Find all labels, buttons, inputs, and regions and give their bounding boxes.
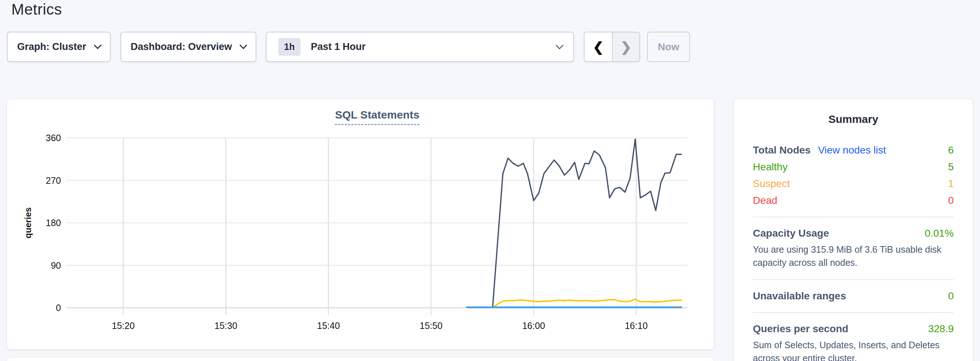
- next-time-button[interactable]: ❯: [612, 32, 640, 61]
- summary-panel: Summary Total Nodes View nodes list 6 He…: [734, 99, 973, 361]
- queries-per-second-label: Queries per second: [753, 323, 848, 335]
- capacity-usage-value: 0.01%: [925, 228, 954, 239]
- capacity-usage-caption: You are using 315.9 MiB of 3.6 TiB usabl…: [753, 243, 954, 269]
- dashboard-dropdown[interactable]: Dashboard: Overview: [121, 32, 256, 62]
- graph-dropdown[interactable]: Graph: Cluster: [7, 32, 111, 62]
- summary-title: Summary: [753, 113, 954, 125]
- dead-nodes-row: Dead 0: [753, 195, 954, 206]
- queries-per-second-value: 328.9: [928, 323, 954, 335]
- dead-label: Dead: [753, 195, 777, 206]
- chevron-down-icon: [94, 41, 102, 49]
- unavailable-ranges-label: Unavailable ranges: [753, 290, 846, 302]
- prev-time-button[interactable]: ❮: [585, 32, 612, 61]
- next-chart-card: [7, 357, 714, 361]
- divider: [753, 312, 954, 313]
- suspect-nodes-row: Suspect 1: [753, 178, 954, 190]
- svg-text:360: 360: [46, 133, 61, 143]
- divider: [753, 279, 954, 280]
- healthy-value: 5: [948, 161, 954, 173]
- svg-text:16:00: 16:00: [522, 320, 545, 331]
- now-button[interactable]: Now: [647, 32, 690, 62]
- svg-text:90: 90: [51, 260, 61, 271]
- suspect-value: 1: [948, 178, 954, 190]
- chevron-down-icon: [556, 41, 563, 49]
- healthy-nodes-row: Healthy 5: [753, 161, 954, 173]
- svg-text:0: 0: [56, 302, 61, 313]
- dashboard-dropdown-label: Dashboard: Overview: [131, 41, 232, 52]
- total-nodes-row: Total Nodes View nodes list 6: [753, 144, 954, 156]
- divider: [753, 217, 954, 217]
- total-nodes-label: Total Nodes: [753, 144, 811, 156]
- capacity-usage-section: Capacity Usage 0.01% You are using 315.9…: [753, 228, 954, 269]
- time-range-label: Past 1 Hour: [311, 41, 366, 52]
- svg-text:queries: queries: [23, 207, 33, 238]
- svg-text:15:20: 15:20: [112, 320, 135, 331]
- total-nodes-value: 6: [948, 144, 954, 156]
- nodes-section: Total Nodes View nodes list 6 Healthy 5 …: [753, 144, 954, 206]
- chevron-down-icon: [240, 41, 247, 49]
- queries-per-second-caption: Sum of Selects, Updates, Inserts, and De…: [753, 339, 954, 361]
- dead-value: 0: [948, 195, 954, 206]
- time-range-badge: 1h: [278, 38, 301, 56]
- svg-text:270: 270: [46, 176, 61, 185]
- view-nodes-list-link[interactable]: View nodes list: [818, 144, 886, 156]
- chevron-left-icon: ❮: [593, 40, 603, 55]
- svg-text:16:10: 16:10: [625, 320, 648, 331]
- sql-statements-card: SQL Statements 09018027036015:2015:3015:…: [7, 99, 714, 349]
- graph-dropdown-label: Graph: Cluster: [17, 41, 86, 52]
- queries-per-second-section: Queries per second 328.9 Sum of Selects,…: [753, 323, 954, 361]
- healthy-label: Healthy: [753, 161, 788, 173]
- svg-text:15:30: 15:30: [214, 320, 237, 331]
- svg-text:15:40: 15:40: [317, 320, 340, 331]
- time-pager: ❮ ❯: [584, 32, 640, 62]
- time-range-selector[interactable]: 1h Past 1 Hour: [266, 32, 574, 62]
- sql-statements-chart: 09018027036015:2015:3015:4015:5016:0016:…: [7, 99, 714, 349]
- capacity-usage-label: Capacity Usage: [753, 228, 829, 239]
- unavailable-ranges-value: 0: [948, 290, 954, 302]
- suspect-label: Suspect: [753, 178, 790, 190]
- page-title: Metrics: [11, 1, 62, 18]
- chevron-right-icon: ❯: [620, 40, 631, 55]
- now-button-label: Now: [658, 41, 679, 53]
- unavailable-ranges-section: Unavailable ranges 0: [753, 290, 954, 302]
- svg-text:180: 180: [46, 218, 61, 228]
- svg-text:15:50: 15:50: [420, 320, 442, 331]
